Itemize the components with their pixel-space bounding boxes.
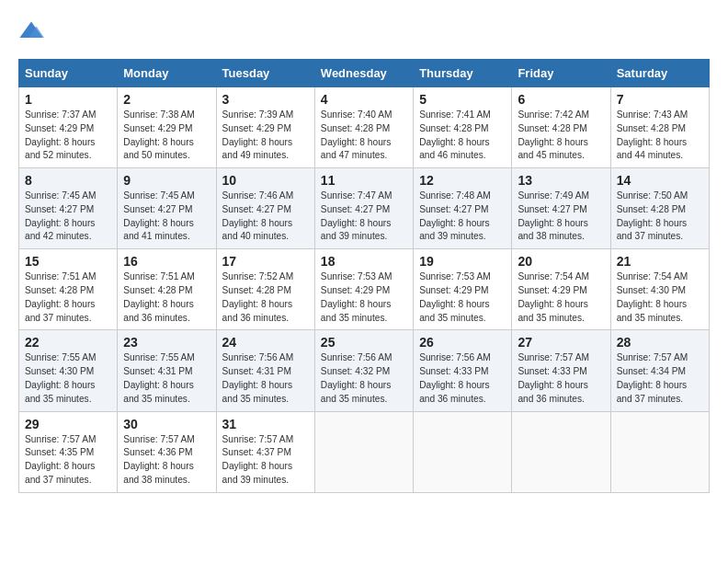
day-info: Sunrise: 7:42 AM Sunset: 4:28 PM Dayligh… — [518, 109, 604, 163]
calendar-header-tuesday: Tuesday — [216, 60, 314, 87]
calendar-cell: 20 Sunrise: 7:54 AM Sunset: 4:29 PM Dayl… — [512, 249, 610, 330]
calendar-cell: 11 Sunrise: 7:47 AM Sunset: 4:27 PM Dayl… — [314, 168, 413, 249]
day-info: Sunrise: 7:48 AM Sunset: 4:27 PM Dayligh… — [419, 190, 506, 244]
day-info: Sunrise: 7:52 AM Sunset: 4:28 PM Dayligh… — [222, 270, 309, 325]
day-info: Sunrise: 7:54 AM Sunset: 4:30 PM Dayligh… — [617, 270, 703, 325]
day-info: Sunrise: 7:56 AM Sunset: 4:31 PM Dayligh… — [222, 351, 309, 406]
calendar-cell: 5 Sunrise: 7:41 AM Sunset: 4:28 PM Dayli… — [414, 87, 512, 168]
day-number: 18 — [321, 254, 407, 269]
calendar-cell: 27 Sunrise: 7:57 AM Sunset: 4:33 PM Dayl… — [512, 330, 610, 411]
day-number: 10 — [222, 173, 309, 188]
calendar-cell: 18 Sunrise: 7:53 AM Sunset: 4:29 PM Dayl… — [314, 249, 413, 330]
logo-icon — [18, 18, 44, 44]
day-info: Sunrise: 7:50 AM Sunset: 4:28 PM Dayligh… — [617, 190, 703, 244]
calendar-cell: 4 Sunrise: 7:40 AM Sunset: 4:28 PM Dayli… — [314, 87, 413, 168]
day-number: 13 — [518, 173, 604, 188]
day-number: 31 — [222, 417, 309, 431]
day-number: 20 — [518, 254, 604, 269]
calendar-cell: 2 Sunrise: 7:38 AM Sunset: 4:29 PM Dayli… — [118, 87, 216, 168]
calendar-week-1: 1 Sunrise: 7:37 AM Sunset: 4:29 PM Dayli… — [19, 87, 710, 168]
calendar-cell: 7 Sunrise: 7:43 AM Sunset: 4:28 PM Dayli… — [610, 87, 709, 168]
calendar-week-2: 8 Sunrise: 7:45 AM Sunset: 4:27 PM Dayli… — [19, 168, 710, 249]
day-number: 4 — [321, 92, 407, 107]
day-number: 22 — [25, 335, 111, 350]
day-info: Sunrise: 7:41 AM Sunset: 4:28 PM Dayligh… — [419, 109, 506, 163]
day-info: Sunrise: 7:40 AM Sunset: 4:28 PM Dayligh… — [321, 109, 407, 163]
calendar-header-monday: Monday — [118, 60, 216, 87]
day-info: Sunrise: 7:56 AM Sunset: 4:33 PM Dayligh… — [419, 351, 506, 406]
day-number: 27 — [518, 335, 604, 350]
calendar-week-4: 22 Sunrise: 7:55 AM Sunset: 4:30 PM Dayl… — [19, 330, 710, 411]
calendar-table: SundayMondayTuesdayWednesdayThursdayFrid… — [18, 59, 710, 493]
calendar-cell: 16 Sunrise: 7:51 AM Sunset: 4:28 PM Dayl… — [118, 249, 216, 330]
calendar-header-sunday: Sunday — [19, 60, 118, 87]
day-number: 12 — [419, 173, 506, 188]
day-number: 2 — [123, 92, 210, 107]
calendar-header-friday: Friday — [512, 60, 610, 87]
calendar-cell: 25 Sunrise: 7:56 AM Sunset: 4:32 PM Dayl… — [314, 330, 413, 411]
day-info: Sunrise: 7:38 AM Sunset: 4:29 PM Dayligh… — [123, 109, 210, 163]
day-number: 17 — [222, 254, 309, 269]
calendar-cell: 8 Sunrise: 7:45 AM Sunset: 4:27 PM Dayli… — [19, 168, 118, 249]
day-info: Sunrise: 7:46 AM Sunset: 4:27 PM Dayligh… — [222, 190, 309, 244]
day-number: 3 — [222, 92, 309, 107]
day-info: Sunrise: 7:56 AM Sunset: 4:32 PM Dayligh… — [321, 351, 407, 406]
calendar-cell: 26 Sunrise: 7:56 AM Sunset: 4:33 PM Dayl… — [414, 330, 512, 411]
calendar-cell: 1 Sunrise: 7:37 AM Sunset: 4:29 PM Dayli… — [19, 87, 118, 168]
day-info: Sunrise: 7:47 AM Sunset: 4:27 PM Dayligh… — [321, 190, 407, 244]
day-number: 5 — [419, 92, 506, 107]
calendar-cell: 29 Sunrise: 7:57 AM Sunset: 4:35 PM Dayl… — [19, 411, 118, 492]
day-info: Sunrise: 7:57 AM Sunset: 4:36 PM Dayligh… — [123, 433, 210, 488]
day-number: 28 — [617, 335, 703, 350]
day-number: 21 — [617, 254, 703, 269]
logo — [18, 18, 48, 44]
day-number: 9 — [123, 173, 210, 188]
calendar-cell: 13 Sunrise: 7:49 AM Sunset: 4:27 PM Dayl… — [512, 168, 610, 249]
day-info: Sunrise: 7:54 AM Sunset: 4:29 PM Dayligh… — [518, 270, 604, 325]
calendar-cell: 6 Sunrise: 7:42 AM Sunset: 4:28 PM Dayli… — [512, 87, 610, 168]
calendar-cell: 23 Sunrise: 7:55 AM Sunset: 4:31 PM Dayl… — [118, 330, 216, 411]
day-info: Sunrise: 7:55 AM Sunset: 4:31 PM Dayligh… — [123, 351, 210, 406]
day-number: 26 — [419, 335, 506, 350]
day-info: Sunrise: 7:51 AM Sunset: 4:28 PM Dayligh… — [123, 270, 210, 325]
day-number: 24 — [222, 335, 309, 350]
day-info: Sunrise: 7:43 AM Sunset: 4:28 PM Dayligh… — [617, 109, 703, 163]
day-number: 16 — [123, 254, 210, 269]
page-header — [18, 18, 710, 44]
calendar-cell: 12 Sunrise: 7:48 AM Sunset: 4:27 PM Dayl… — [414, 168, 512, 249]
day-info: Sunrise: 7:57 AM Sunset: 4:37 PM Dayligh… — [222, 433, 309, 488]
day-info: Sunrise: 7:39 AM Sunset: 4:29 PM Dayligh… — [222, 109, 309, 163]
calendar-cell — [610, 411, 709, 492]
calendar-cell: 24 Sunrise: 7:56 AM Sunset: 4:31 PM Dayl… — [216, 330, 314, 411]
calendar-cell: 15 Sunrise: 7:51 AM Sunset: 4:28 PM Dayl… — [19, 249, 118, 330]
day-number: 15 — [25, 254, 111, 269]
day-info: Sunrise: 7:53 AM Sunset: 4:29 PM Dayligh… — [321, 270, 407, 325]
day-number: 30 — [123, 417, 210, 431]
day-number: 23 — [123, 335, 210, 350]
day-info: Sunrise: 7:57 AM Sunset: 4:33 PM Dayligh… — [518, 351, 604, 406]
day-number: 29 — [25, 417, 111, 431]
day-info: Sunrise: 7:57 AM Sunset: 4:35 PM Dayligh… — [25, 433, 111, 488]
calendar-cell: 28 Sunrise: 7:57 AM Sunset: 4:34 PM Dayl… — [610, 330, 709, 411]
calendar-week-5: 29 Sunrise: 7:57 AM Sunset: 4:35 PM Dayl… — [19, 411, 710, 492]
day-info: Sunrise: 7:37 AM Sunset: 4:29 PM Dayligh… — [25, 109, 111, 163]
day-number: 1 — [25, 92, 111, 107]
day-info: Sunrise: 7:45 AM Sunset: 4:27 PM Dayligh… — [123, 190, 210, 244]
day-info: Sunrise: 7:45 AM Sunset: 4:27 PM Dayligh… — [25, 190, 111, 244]
calendar-cell: 10 Sunrise: 7:46 AM Sunset: 4:27 PM Dayl… — [216, 168, 314, 249]
calendar-cell: 21 Sunrise: 7:54 AM Sunset: 4:30 PM Dayl… — [610, 249, 709, 330]
calendar-cell: 3 Sunrise: 7:39 AM Sunset: 4:29 PM Dayli… — [216, 87, 314, 168]
day-info: Sunrise: 7:53 AM Sunset: 4:29 PM Dayligh… — [419, 270, 506, 325]
day-info: Sunrise: 7:55 AM Sunset: 4:30 PM Dayligh… — [25, 351, 111, 406]
calendar-cell: 22 Sunrise: 7:55 AM Sunset: 4:30 PM Dayl… — [19, 330, 118, 411]
day-info: Sunrise: 7:49 AM Sunset: 4:27 PM Dayligh… — [518, 190, 604, 244]
day-number: 7 — [617, 92, 703, 107]
day-info: Sunrise: 7:51 AM Sunset: 4:28 PM Dayligh… — [25, 270, 111, 325]
day-number: 14 — [617, 173, 703, 188]
day-number: 25 — [321, 335, 407, 350]
calendar-cell — [314, 411, 413, 492]
calendar-cell — [414, 411, 512, 492]
calendar-cell: 31 Sunrise: 7:57 AM Sunset: 4:37 PM Dayl… — [216, 411, 314, 492]
calendar-cell: 19 Sunrise: 7:53 AM Sunset: 4:29 PM Dayl… — [414, 249, 512, 330]
calendar-header-thursday: Thursday — [414, 60, 512, 87]
